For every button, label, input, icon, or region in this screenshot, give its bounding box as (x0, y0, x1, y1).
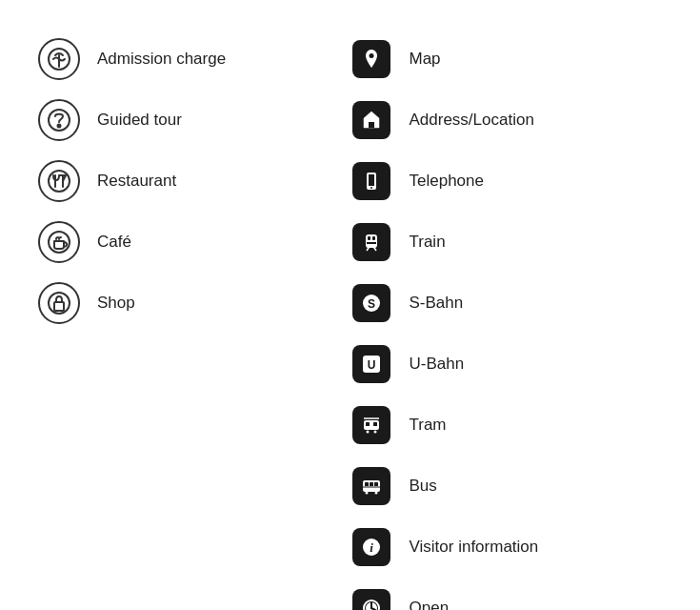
sbahn-icon: S (352, 284, 390, 322)
svg-rect-15 (366, 234, 377, 248)
list-item: Open (350, 578, 663, 610)
list-item: Bus (350, 456, 663, 517)
cafe-icon (38, 221, 80, 263)
tram-label: Tram (410, 416, 447, 435)
sbahn-label: S-Bahn (410, 294, 464, 313)
svg-point-4 (49, 171, 70, 192)
telephone-label: Telephone (410, 172, 484, 191)
bus-icon (352, 467, 390, 505)
svg-point-3 (58, 125, 61, 128)
legend-grid: Admission charge Guided tour (38, 29, 662, 610)
svg-rect-11 (369, 122, 374, 128)
svg-text:i: i (370, 540, 373, 555)
icon-wrap (350, 465, 392, 507)
svg-rect-13 (369, 174, 374, 186)
svg-rect-35 (374, 482, 378, 486)
visitor-info-label: Visitor information (410, 538, 539, 557)
cafe-label: Café (97, 233, 131, 252)
icon-wrap (350, 221, 392, 263)
svg-point-39 (374, 492, 377, 495)
list-item: Address/Location (350, 90, 663, 151)
svg-point-32 (373, 431, 376, 434)
icon-wrap (350, 99, 392, 141)
list-item: i Visitor information (350, 517, 663, 578)
list-item: Shop (38, 273, 350, 334)
train-label: Train (410, 233, 446, 252)
admission-label: Admission charge (97, 50, 226, 69)
svg-rect-17 (372, 236, 375, 240)
icon-wrap (350, 587, 392, 610)
icon-wrap: i (350, 526, 392, 568)
svg-rect-36 (370, 482, 373, 486)
svg-rect-9 (54, 302, 64, 311)
guided-tour-label: Guided tour (97, 111, 182, 130)
admission-icon (38, 38, 80, 80)
guided-tour-icon (38, 99, 80, 141)
svg-point-31 (366, 431, 369, 434)
svg-rect-16 (368, 236, 370, 240)
svg-point-38 (365, 492, 368, 495)
icon-wrap (38, 282, 80, 324)
restaurant-label: Restaurant (97, 172, 176, 191)
list-item: U U-Bahn (350, 334, 663, 395)
map-icon (352, 40, 390, 78)
icon-wrap (38, 99, 80, 141)
svg-line-22 (374, 248, 376, 251)
list-item: S S-Bahn (350, 273, 663, 334)
tram-icon (352, 406, 390, 444)
icon-wrap: U (350, 343, 392, 385)
icon-wrap: S (350, 282, 392, 324)
list-item: Admission charge (38, 29, 350, 90)
bus-label: Bus (410, 477, 437, 496)
shop-label: Shop (97, 294, 135, 313)
icon-wrap (350, 404, 392, 446)
address-label: Address/Location (410, 111, 534, 130)
train-icon (352, 223, 390, 261)
svg-text:U: U (367, 358, 375, 372)
ubahn-icon: U (352, 345, 390, 383)
telephone-icon (352, 162, 390, 200)
icon-wrap (38, 38, 80, 80)
svg-rect-29 (373, 422, 377, 426)
list-item: Tram (350, 395, 663, 456)
svg-line-21 (367, 248, 369, 251)
open-label: Open (410, 599, 450, 610)
list-item: Restaurant (38, 151, 350, 212)
icon-wrap (350, 38, 392, 80)
address-icon (352, 101, 390, 139)
icon-wrap (38, 221, 80, 263)
svg-rect-18 (367, 242, 376, 244)
svg-rect-34 (365, 482, 369, 486)
shop-icon (38, 282, 80, 324)
svg-point-14 (370, 187, 372, 189)
left-column: Admission charge Guided tour (38, 29, 350, 334)
right-column: Map Address/Location (350, 29, 663, 610)
map-label: Map (410, 50, 441, 69)
open-icon (352, 589, 390, 610)
list-item: Telephone (350, 151, 663, 212)
svg-point-10 (369, 53, 373, 58)
ubahn-label: U-Bahn (410, 355, 465, 374)
visitor-info-icon: i (352, 528, 390, 566)
icon-wrap (350, 160, 392, 202)
svg-text:S: S (367, 297, 374, 311)
list-item: Café (38, 212, 350, 273)
list-item: Train (350, 212, 663, 273)
icon-wrap (38, 160, 80, 202)
list-item: Map (350, 29, 663, 90)
svg-rect-28 (366, 422, 370, 426)
restaurant-icon (38, 160, 80, 202)
list-item: Guided tour (38, 90, 350, 151)
